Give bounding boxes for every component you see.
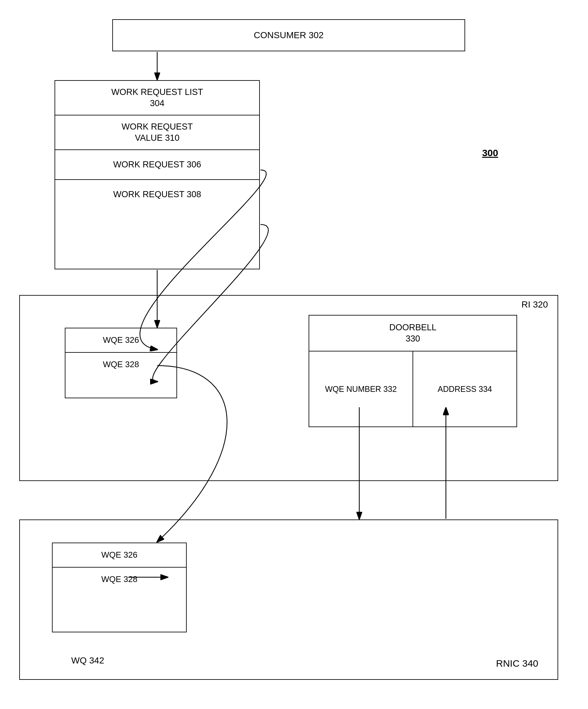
rnic-wqe-328: WQE 328	[53, 568, 186, 591]
rnic-box: RNIC 340 WQE 326 WQE 328 WQ 342	[19, 520, 558, 680]
work-request-value-label: WORK REQUEST	[122, 122, 193, 131]
work-request-value-bottom: VALUE 310	[135, 133, 179, 143]
diagram-label: 300	[482, 148, 498, 158]
rnic-wqe-inner-box: WQE 326 WQE 328	[52, 543, 187, 632]
work-request-list-header: WORK REQUEST LIST	[111, 87, 203, 97]
consumer-label: CONSUMER 302	[254, 29, 324, 41]
wqe-328-label: WQE 328	[66, 353, 176, 376]
rnic-wqe-326: WQE 326	[53, 543, 186, 568]
doorbell-label: DOORBELL 330	[309, 316, 516, 351]
work-request-list-num: 304	[150, 99, 164, 108]
work-request-308-label: WORK REQUEST 308	[113, 189, 201, 199]
doorbell-box: DOORBELL 330 WQE NUMBER 332 ADDRESS 334	[309, 315, 517, 427]
ri-label: RI 320	[521, 299, 548, 310]
rnic-label: RNIC 340	[496, 657, 538, 669]
consumer-box: CONSUMER 302	[112, 19, 465, 51]
work-request-306-label: WORK REQUEST 306	[113, 160, 201, 169]
ri-box: RI 320 WQE 326 WQE 328 DOORBELL 330 WQE …	[19, 295, 558, 481]
diagram: 300 CONSUMER 302 WORK REQUEST LIST 304 W…	[0, 0, 588, 709]
wqe-326-label: WQE 326	[66, 329, 176, 353]
wq-342-label: WQ 342	[71, 655, 104, 666]
work-request-list-outer: WORK REQUEST LIST 304 WORK REQUEST VALUE…	[54, 80, 260, 269]
wqe-inner-box: WQE 326 WQE 328	[65, 328, 177, 398]
wqe-number-cell: WQE NUMBER 332	[309, 351, 413, 426]
address-cell: ADDRESS 334	[413, 351, 516, 426]
